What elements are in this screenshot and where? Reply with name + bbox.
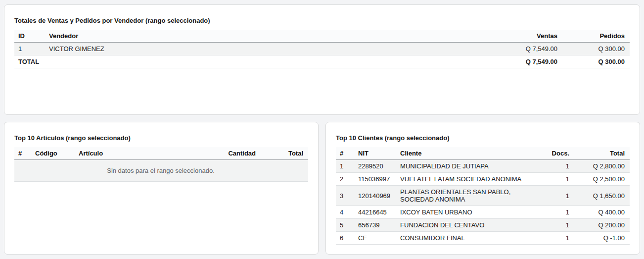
cell-client-num: 2 [336,173,353,186]
cell-client-docs: 1 [536,206,574,219]
cell-vendor-sales: Q 7,549.00 [492,43,562,55]
vendors-header-row: ID Vendedor Ventas Pedidos [14,30,630,43]
col-header-vendor: Vendedor [44,30,492,43]
cell-client-total: Q 2,500.00 [574,173,630,186]
col-header-sales: Ventas [492,30,562,43]
cell-client-nit: 44216645 [353,206,395,219]
col-header-article: Artículo [74,147,205,160]
total-sales: Q 7,549.00 [492,55,562,68]
col-header-num: # [14,147,30,160]
cell-client-num: 6 [336,232,353,245]
cell-client-num: 5 [336,219,353,232]
cell-client-docs: 1 [536,173,574,186]
cell-client-nit: 120140969 [353,186,395,206]
cell-client-nit: CF [353,232,395,245]
client-row: 1 2289520 MUNICIPALIDAD DE JUTIAPA 1 Q 2… [336,160,630,173]
cell-client-name: MUNICIPALIDAD DE JUTIAPA [395,160,536,173]
total-label: TOTAL [14,55,492,68]
cell-client-name: CONSUMIDOR FINAL [395,232,536,245]
cell-client-name: IXCOY BATEN URBANO [395,206,536,219]
vendors-table: ID Vendedor Ventas Pedidos 1 VICTOR GIME… [14,30,630,68]
cell-client-docs: 1 [536,232,574,245]
total-orders: Q 300.00 [562,55,630,68]
col-header-orders: Pedidos [562,30,630,43]
vendors-total-row: TOTAL Q 7,549.00 Q 300.00 [14,55,630,68]
cell-client-name: FUNDACION DEL CENTAVO [395,219,536,232]
articles-empty-row: Sin datos para el rango seleccionado. [14,160,308,182]
vendor-row: 1 VICTOR GIMENEZ Q 7,549.00 Q 300.00 [14,43,630,55]
col-header-client-num: # [336,147,353,160]
top-clients-panel: Top 10 Clientes (rango seleccionado) # N… [325,122,640,255]
client-row: 5 656739 FUNDACION DEL CENTAVO 1 Q 200.0… [336,219,630,232]
client-row: 3 120140969 PLANTAS ORIENTALES SAN PABLO… [336,186,630,206]
client-row: 2 115036997 VUELATEL LATAM SOCIEDAD ANON… [336,173,630,186]
vendors-totals-panel: Totales de Ventas y Pedidos por Vendedor… [4,4,640,115]
cell-client-total: Q -1.00 [574,232,630,245]
cell-client-total: Q 200.00 [574,219,630,232]
client-row: 6 CF CONSUMIDOR FINAL 1 Q -1.00 [336,232,630,245]
col-header-client: Cliente [395,147,536,160]
client-row: 4 44216645 IXCOY BATEN URBANO 1 Q 400.00 [336,206,630,219]
bottom-panels-row: Top 10 Artículos (rango seleccionado) # … [4,122,640,255]
col-header-quantity: Cantidad [205,147,261,160]
cell-client-name: PLANTAS ORIENTALES SAN PABLO, SOCIEDAD A… [395,186,536,206]
col-header-docs: Docs. [536,147,574,160]
dashboard: Totales de Ventas y Pedidos por Vendedor… [0,0,644,259]
cell-client-nit: 656739 [353,219,395,232]
articles-panel-title: Top 10 Artículos (rango seleccionado) [14,134,308,142]
cell-client-docs: 1 [536,219,574,232]
cell-client-num: 1 [336,160,353,173]
top-articles-panel: Top 10 Artículos (rango seleccionado) # … [4,122,319,255]
cell-client-nit: 115036997 [353,173,395,186]
empty-state-message: Sin datos para el rango seleccionado. [14,160,308,182]
cell-client-docs: 1 [536,186,574,206]
vendors-panel-title: Totales de Ventas y Pedidos por Vendedor… [14,17,630,24]
col-header-article-total: Total [261,147,308,160]
cell-client-num: 3 [336,186,353,206]
clients-header-row: # NIT Cliente Docs. Total [336,147,630,160]
cell-client-num: 4 [336,206,353,219]
cell-client-name: VUELATEL LATAM SOCIEDAD ANONIMA [395,173,536,186]
cell-client-total: Q 400.00 [574,206,630,219]
col-header-code: Código [30,147,74,160]
cell-client-docs: 1 [536,160,574,173]
clients-panel-title: Top 10 Clientes (rango seleccionado) [336,134,630,142]
cell-client-total: Q 2,800.00 [574,160,630,173]
cell-vendor-orders: Q 300.00 [562,43,630,55]
clients-table: # NIT Cliente Docs. Total 1 2289520 MUNI… [336,147,630,245]
cell-client-nit: 2289520 [353,160,395,173]
cell-vendor-name: VICTOR GIMENEZ [44,43,492,55]
articles-header-row: # Código Artículo Cantidad Total [14,147,308,160]
articles-table: # Código Artículo Cantidad Total Sin dat… [14,147,308,182]
cell-client-total: Q 1,650.00 [574,186,630,206]
col-header-nit: NIT [353,147,395,160]
col-header-client-total: Total [574,147,630,160]
col-header-id: ID [14,30,44,43]
cell-vendor-id: 1 [14,43,44,55]
